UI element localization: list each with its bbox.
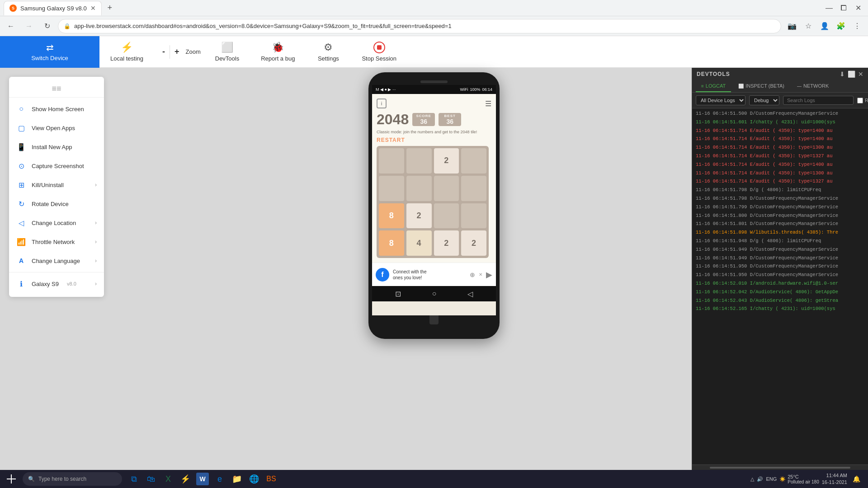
game-menu-icon[interactable]: ☰ <box>485 99 491 108</box>
report-bug-button[interactable]: 🐞 Report a bug <box>250 36 306 68</box>
game-grid[interactable]: 2828422 <box>377 146 489 258</box>
sidebar-item-network[interactable]: 📶 Throttle Network › <box>9 232 104 251</box>
info-icon: ℹ <box>16 279 26 289</box>
weather-info: 25°C Polluted air 180 <box>788 474 819 484</box>
sidebar-item-screenshot[interactable]: ⊙ Capture Screenshot <box>9 156 104 175</box>
devtools-download-icon[interactable]: ⬇ <box>840 70 845 78</box>
log-line-9: 11-16 06:14:51.798 D/g ( 4806): limitCPU… <box>692 186 868 194</box>
start-button[interactable] <box>0 470 23 488</box>
game-container[interactable]: i ☰ 2048 SCORE 36 BEST 36 <box>372 94 496 263</box>
browser-toolbar-icons: 📷 ☆ 👤 🧩 ⋮ <box>785 19 864 33</box>
new-tab-button[interactable]: + <box>104 2 116 14</box>
horizontal-scrollbar[interactable] <box>710 467 850 469</box>
sidebar-item-language[interactable]: A Change Language › <box>9 251 104 270</box>
tab-inspect[interactable]: ⬜ INSPECT (BETA) <box>733 80 790 92</box>
back-button[interactable]: ← <box>4 19 18 33</box>
maximize-button[interactable]: ⧠ <box>837 2 850 14</box>
home-button[interactable]: ○ <box>432 290 437 298</box>
minimize-button[interactable]: — <box>823 2 835 14</box>
show-home-label: Show Home Screen <box>32 106 84 113</box>
devtools-bottom-scrollbar[interactable] <box>692 465 868 470</box>
taskbar-store[interactable]: 🛍 <box>143 471 159 487</box>
sidebar-item-kill[interactable]: ⊞ Kill/Uninstall › <box>9 175 104 194</box>
log-line-6: 11-16 06:14:51.714 E/audit ( 4350): type… <box>692 160 868 169</box>
regex-label[interactable]: Regex <box>857 98 868 103</box>
phone-notch-area <box>372 80 496 83</box>
grid-cell-3-1: 4 <box>406 230 432 256</box>
camera-off-icon[interactable]: 📷 <box>785 19 799 33</box>
profile-button[interactable]: 👤 <box>817 19 832 33</box>
tray-icon-1[interactable]: △ <box>750 476 754 482</box>
devtools-filters: All Device Logs Debug Regex <box>692 93 868 108</box>
stop-session-button[interactable]: Stop Session <box>351 36 407 68</box>
devtools-expand-icon[interactable]: ⬜ <box>848 70 855 78</box>
log-line-7: 11-16 06:14:51.714 E/audit ( 4350): type… <box>692 169 868 178</box>
system-clock[interactable]: 11:44 AM 16-11-2021 <box>822 472 847 486</box>
taskbar: 🔍 Type here to search ⧉ 🛍 X ⚡ W e 📁 🌐 BS… <box>0 470 868 488</box>
taskbar-word[interactable]: W <box>194 471 211 487</box>
taskbar-search[interactable]: 🔍 Type here to search <box>23 472 122 486</box>
tray-icon-3[interactable]: ENG <box>766 476 777 482</box>
devtools-log-area[interactable]: 11-16 06:14:51.500 D/CustomFrequencyMana… <box>692 108 868 465</box>
reload-button[interactable]: ↻ <box>40 19 54 33</box>
local-testing-icon: ⚡ <box>121 42 133 53</box>
notification-button[interactable]: 🔔 <box>850 473 863 485</box>
taskbar-task-view[interactable]: ⧉ <box>126 471 142 487</box>
tab-logcat[interactable]: ≡ LOGCAT <box>696 80 731 92</box>
device-name-label: Galaxy S9 <box>32 281 59 287</box>
taskbar-edge[interactable]: e <box>212 471 228 487</box>
sidebar-item-device-info[interactable]: ℹ Galaxy S9 v8.0 › <box>9 274 104 293</box>
tab-close-button[interactable]: ✕ <box>90 5 96 12</box>
ad-banner[interactable]: f Connect with theones you love! ⊕ ✕ ▶ <box>372 263 496 286</box>
devtools-button[interactable]: ⬜ DevTools <box>204 36 250 68</box>
log-line-0: 11-16 06:14:51.500 D/CustomFrequencyMana… <box>692 109 868 118</box>
grid-cell-0-2: 2 <box>434 148 459 174</box>
restart-button[interactable]: RESTART <box>377 137 491 143</box>
ad-close-button[interactable]: ✕ <box>479 272 482 277</box>
sidebar-item-show-home[interactable]: ○ Show Home Screen <box>9 99 104 118</box>
settings-button[interactable]: ⚙ Settings <box>306 36 351 68</box>
taskbar-search-placeholder: Type here to search <box>38 476 86 482</box>
taskbar-chrome[interactable]: 🌐 <box>246 471 262 487</box>
sidebar-item-rotate[interactable]: ↻ Rotate Device <box>9 194 104 213</box>
recent-apps-button[interactable]: ⊡ <box>395 290 401 298</box>
ad-expand-icon[interactable]: ⊕ <box>470 271 475 278</box>
extensions-button[interactable]: 🧩 <box>834 19 848 33</box>
sidebar-item-location[interactable]: ◁ Change Location › <box>9 213 104 232</box>
device-logs-filter[interactable]: All Device Logs <box>696 95 745 105</box>
phone-status-left: M ◀ ● ▶ ··· <box>376 87 396 92</box>
search-logs-input[interactable] <box>783 96 854 105</box>
tray-icon-2[interactable]: 🔊 <box>757 476 763 482</box>
taskbar-search-icon: 🔍 <box>28 476 35 482</box>
regex-checkbox[interactable] <box>857 98 863 103</box>
sidebar-item-install-app[interactable]: 📱 Install New App <box>9 137 104 156</box>
weather-widget[interactable]: ☀️ 25°C Polluted air 180 <box>779 474 819 484</box>
game-title-row: 2048 SCORE 36 BEST 36 <box>377 111 491 128</box>
sidebar-item-view-apps[interactable]: ▢ View Open Apps <box>9 118 104 137</box>
devtools-tabs: ≡ LOGCAT ⬜ INSPECT (BETA) — NETWORK <box>692 80 868 93</box>
local-testing-button[interactable]: ⚡ Local testing <box>99 36 154 68</box>
switch-device-button[interactable]: ⇄ Switch Device <box>0 36 99 68</box>
taskbar-browserstack[interactable]: BS <box>263 471 279 487</box>
zoom-plus-button[interactable]: + <box>170 36 184 68</box>
phone-container: M ◀ ● ▶ ··· WiFi 100% 06:14 i ☰ 204 <box>368 72 500 339</box>
bookmark-button[interactable]: ☆ <box>801 19 816 33</box>
close-button[interactable]: ✕ <box>852 2 864 14</box>
phone-screen[interactable]: M ◀ ● ▶ ··· WiFi 100% 06:14 i ☰ 204 <box>372 85 496 315</box>
devtools-close-icon[interactable]: ✕ <box>858 70 863 78</box>
kill-arrow: › <box>95 182 97 188</box>
log-line-5: 11-16 06:14:51.714 E/audit ( 4350): type… <box>692 152 868 160</box>
active-tab[interactable]: S Samsung Galaxy S9 v8.0 ✕ <box>4 1 102 15</box>
back-nav-button[interactable]: ◁ <box>467 290 473 298</box>
zoom-minus-button[interactable]: - <box>158 36 170 68</box>
taskbar-excel[interactable]: X <box>160 471 176 487</box>
menu-button[interactable]: ⋮ <box>850 19 864 33</box>
taskbar-folder[interactable]: 📁 <box>229 471 245 487</box>
tab-network[interactable]: — NETWORK <box>792 80 834 92</box>
forward-button[interactable]: → <box>22 19 36 33</box>
taskbar-thunder[interactable]: ⚡ <box>177 471 193 487</box>
debug-filter[interactable]: Debug <box>749 95 779 105</box>
address-bar[interactable]: 🔒 app-live.browserstack.com/dashboard#os… <box>58 19 781 33</box>
sidebar-handle[interactable]: ≡≡ <box>9 80 104 98</box>
score-box: SCORE 36 <box>412 113 435 126</box>
